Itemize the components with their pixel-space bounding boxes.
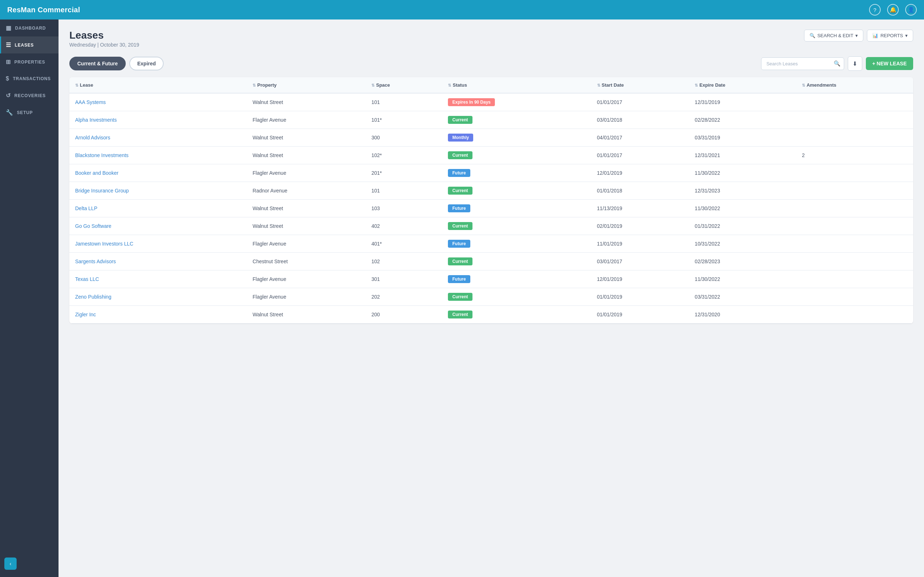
col-header-amendments[interactable]: ⇅Amendments — [796, 77, 913, 93]
status-badge: Current — [448, 293, 472, 301]
cell-amendments — [796, 253, 913, 271]
cell-space: 402 — [366, 218, 442, 235]
lease-link[interactable]: Jamestown Investors LLC — [75, 241, 133, 247]
status-badge: Current — [448, 116, 472, 124]
user-icon[interactable]: 👤 — [905, 4, 917, 16]
cell-lease: Texas LLC — [69, 271, 247, 288]
page-title: Leases — [69, 30, 139, 41]
sort-icon: ⇅ — [75, 83, 78, 87]
lease-link[interactable]: Go Go Software — [75, 223, 111, 229]
cell-property: Flagler Avenue — [247, 111, 366, 129]
recoveries-icon: ↺ — [6, 92, 11, 99]
sidebar-item-leases[interactable]: ☰Leases — [0, 37, 58, 53]
cell-start-date: 02/01/2019 — [591, 218, 689, 235]
lease-link[interactable]: Texas LLC — [75, 276, 99, 282]
table-row: Bridge Insurance Group Radnor Avenue 101… — [69, 182, 913, 200]
tab-current-future[interactable]: Current & Future — [69, 57, 126, 71]
lease-link[interactable]: Sargents Advisors — [75, 258, 116, 264]
cell-amendments: 2 — [796, 147, 913, 164]
search-edit-button[interactable]: 🔍 SEARCH & EDIT ▾ — [804, 30, 864, 42]
sidebar-item-label: Properties — [15, 60, 45, 64]
sidebar-item-properties[interactable]: ⊞Properties — [0, 53, 58, 71]
cell-expire-date: 11/30/2022 — [689, 271, 796, 288]
cell-space: 200 — [366, 306, 442, 324]
lease-link[interactable]: AAA Systems — [75, 99, 106, 105]
search-wrap: 🔍 — [761, 57, 844, 70]
cell-status: Current — [442, 306, 591, 324]
sidebar-item-transactions[interactable]: $Transactions — [0, 71, 58, 87]
lease-link[interactable]: Booker and Booker — [75, 170, 118, 176]
cell-lease: AAA Systems — [69, 93, 247, 111]
cell-status: Current — [442, 182, 591, 200]
cell-status: Current — [442, 253, 591, 271]
header-actions: 🔍 SEARCH & EDIT ▾ 📊 REPORTS ▾ — [804, 30, 913, 42]
download-icon: ⬇ — [853, 60, 857, 67]
cell-lease: Sargents Advisors — [69, 253, 247, 271]
lease-link[interactable]: Bridge Insurance Group — [75, 188, 129, 193]
page-subtitle: Wednesday | October 30, 2019 — [69, 42, 139, 48]
search-input[interactable] — [761, 57, 844, 70]
status-badge: Monthly — [448, 134, 473, 142]
cell-status: Future — [442, 271, 591, 288]
sidebar-item-label: Dashboard — [15, 26, 46, 31]
lease-link[interactable]: Zeno Publishing — [75, 294, 111, 300]
col-header-space[interactable]: ⇅Space — [366, 77, 442, 93]
cell-amendments — [796, 164, 913, 182]
download-button[interactable]: ⬇ — [848, 56, 862, 71]
cell-expire-date: 12/31/2020 — [689, 306, 796, 324]
cell-start-date: 01/01/2019 — [591, 288, 689, 306]
cell-expire-date: 10/31/2022 — [689, 235, 796, 253]
cell-amendments — [796, 129, 913, 147]
cell-status: Current — [442, 147, 591, 164]
cell-property: Walnut Street — [247, 129, 366, 147]
cell-property: Radnor Avenue — [247, 182, 366, 200]
tab-expired[interactable]: Expired — [129, 57, 164, 71]
bell-icon[interactable]: 🔔 — [887, 4, 899, 16]
lease-link[interactable]: Delta LLP — [75, 205, 97, 211]
help-icon[interactable]: ? — [869, 4, 880, 16]
cell-expire-date: 02/28/2022 — [689, 111, 796, 129]
cell-start-date: 11/13/2019 — [591, 200, 689, 218]
lease-link[interactable]: Blackstone Investments — [75, 152, 129, 158]
col-header-property[interactable]: ⇅Property — [247, 77, 366, 93]
status-badge: Current — [448, 258, 472, 265]
page-title-block: Leases Wednesday | October 30, 2019 — [69, 30, 139, 48]
cell-start-date: 03/01/2017 — [591, 253, 689, 271]
table-row: Jamestown Investors LLC Flagler Avenue 4… — [69, 235, 913, 253]
sidebar-item-dashboard[interactable]: ▦Dashboard — [0, 19, 58, 37]
cell-expire-date: 03/31/2019 — [689, 129, 796, 147]
leases-icon: ☰ — [6, 42, 11, 48]
col-header-status[interactable]: ⇅Status — [442, 77, 591, 93]
sidebar: ▦Dashboard☰Leases⊞Properties$Transaction… — [0, 19, 58, 577]
reports-button[interactable]: 📊 REPORTS ▾ — [867, 30, 913, 42]
new-lease-button[interactable]: + NEW LEASE — [866, 57, 913, 70]
lease-link[interactable]: Zigler Inc — [75, 312, 96, 318]
cell-lease: Blackstone Investments — [69, 147, 247, 164]
sidebar-item-label: Setup — [17, 110, 33, 115]
cell-property: Walnut Street — [247, 93, 366, 111]
col-header-lease[interactable]: ⇅Lease — [69, 77, 247, 93]
cell-amendments — [796, 93, 913, 111]
status-badge: Current — [448, 311, 472, 319]
cell-status: Expires In 90 Days — [442, 93, 591, 111]
col-header-start_date[interactable]: ⇅Start Date — [591, 77, 689, 93]
cell-space: 103 — [366, 200, 442, 218]
cell-start-date: 01/01/2017 — [591, 93, 689, 111]
sidebar-collapse-button[interactable]: ‹ — [4, 558, 17, 570]
cell-space: 102* — [366, 147, 442, 164]
lease-link[interactable]: Alpha Investments — [75, 117, 117, 123]
sort-icon: ⇅ — [802, 83, 805, 87]
sort-icon: ⇅ — [597, 83, 600, 87]
col-header-expire_date[interactable]: ⇅Expire Date — [689, 77, 796, 93]
sidebar-item-recoveries[interactable]: ↺Recoveries — [0, 87, 58, 104]
search-icon: 🔍 — [810, 33, 815, 38]
status-badge: Future — [448, 169, 470, 177]
sidebar-item-setup[interactable]: 🔧Setup — [0, 104, 58, 121]
lease-link[interactable]: Arnold Advisors — [75, 135, 110, 140]
sort-icon: ⇅ — [253, 83, 256, 87]
table-header: ⇅Lease⇅Property⇅Space⇅Status⇅Start Date⇅… — [69, 77, 913, 93]
cell-start-date: 03/01/2018 — [591, 111, 689, 129]
cell-property: Flagler Avenue — [247, 235, 366, 253]
cell-property: Flagler Avenue — [247, 288, 366, 306]
table-row: Arnold Advisors Walnut Street 300 Monthl… — [69, 129, 913, 147]
